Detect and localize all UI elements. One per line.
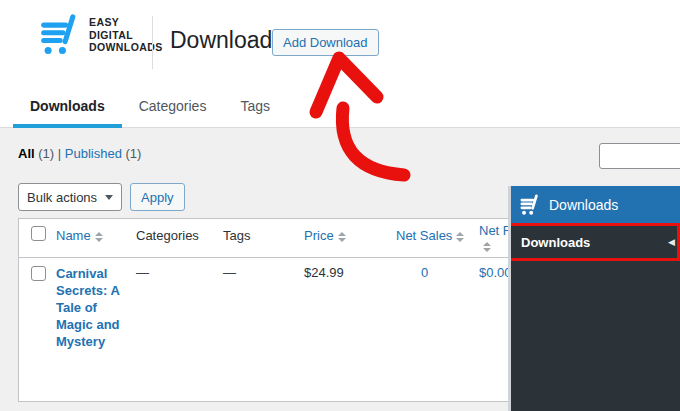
- edd-downloads-screen: EASY DIGITAL DOWNLOADS Downloads Add Dow…: [0, 0, 680, 411]
- row-tags-cell: —: [223, 265, 236, 280]
- tab-categories-label: Categories: [139, 98, 207, 114]
- tab-categories[interactable]: Categories: [122, 85, 224, 127]
- bulk-actions-select[interactable]: Bulk actions: [18, 183, 122, 211]
- filter-published-count: (1): [126, 146, 142, 161]
- edd-cart-icon: [36, 13, 80, 57]
- page-title: Downloads: [170, 27, 284, 54]
- menu-top-label: Downloads: [549, 197, 618, 213]
- sort-icon: [338, 232, 346, 242]
- filter-published-link[interactable]: Published: [65, 146, 122, 161]
- bulk-actions-label: Bulk actions: [27, 190, 97, 205]
- menu-top-level-downloads[interactable]: Downloads: [511, 186, 680, 223]
- submenu-item-downloads-current[interactable]: Downloads ◀: [508, 223, 680, 261]
- column-header-tags: Tags: [223, 228, 250, 243]
- chevron-down-icon: [105, 195, 113, 200]
- column-header-name[interactable]: Name: [56, 228, 103, 243]
- tab-downloads[interactable]: Downloads: [13, 85, 122, 127]
- net-revenue-link[interactable]: $0.00: [479, 265, 512, 280]
- row-net-sales-cell: 0: [421, 265, 428, 280]
- apply-button[interactable]: Apply: [130, 183, 185, 211]
- row-net-revenue-cell: $0.00: [479, 265, 512, 280]
- select-all-checkbox[interactable]: [31, 226, 46, 241]
- row-checkbox[interactable]: [31, 266, 46, 281]
- tab-bar: Downloads Categories Tags: [0, 85, 680, 128]
- filter-all-count: (1): [38, 146, 54, 161]
- edd-logo: EASY DIGITAL DOWNLOADS: [36, 13, 163, 57]
- net-sales-link[interactable]: 0: [421, 265, 428, 280]
- search-input[interactable]: [599, 143, 680, 169]
- tab-tags-label: Tags: [240, 98, 270, 114]
- column-header-net-sales[interactable]: Net Sales: [396, 228, 464, 243]
- sort-icon: [483, 242, 491, 252]
- row-name-cell: Carnival Secrets: A Tale of Magic and My…: [56, 265, 128, 350]
- status-filter-links: All (1) | Published (1): [18, 146, 141, 161]
- submenu-downloads-label: Downloads: [511, 235, 590, 250]
- submenu-arrow-icon: ◀: [668, 238, 675, 247]
- filter-all-label[interactable]: All: [18, 146, 35, 161]
- column-header-price[interactable]: Price: [304, 228, 346, 243]
- column-header-categories: Categories: [136, 228, 199, 243]
- download-title-link[interactable]: Carnival Secrets: A Tale of Magic and My…: [56, 265, 128, 350]
- filter-separator: |: [58, 146, 61, 161]
- sort-icon: [456, 232, 464, 242]
- sort-icon: [95, 232, 103, 242]
- row-categories-cell: —: [136, 265, 149, 280]
- header-divider: [152, 16, 153, 69]
- row-price-cell: $24.99: [304, 265, 344, 280]
- edd-cart-icon-white: [518, 194, 540, 216]
- tab-tags[interactable]: Tags: [223, 85, 287, 127]
- add-download-button[interactable]: Add Download: [272, 29, 379, 56]
- top-header: EASY DIGITAL DOWNLOADS Downloads Add Dow…: [0, 0, 680, 85]
- tab-downloads-label: Downloads: [30, 98, 105, 114]
- admin-menu-overlay: Downloads Downloads ◀ Orders Customers D…: [508, 186, 680, 411]
